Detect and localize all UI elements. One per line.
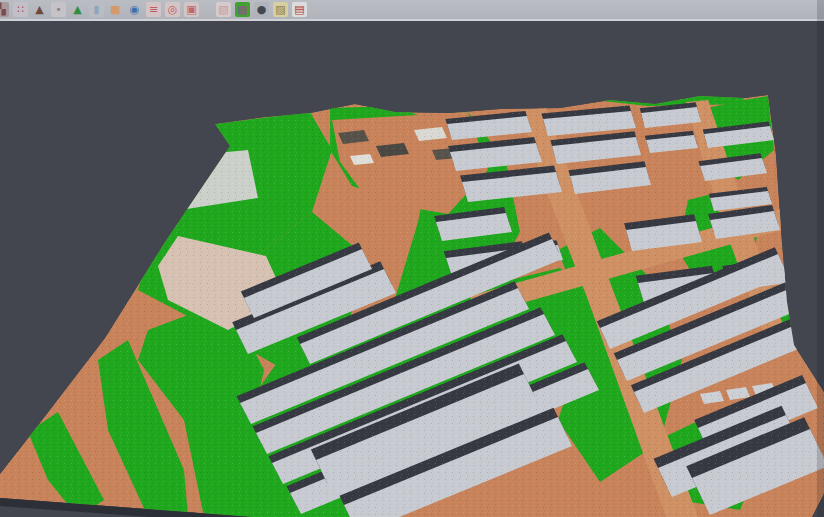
classification-icon[interactable]: ▩: [235, 2, 250, 17]
globe-icon[interactable]: ◉: [127, 2, 142, 17]
selection-box-icon[interactable]: ▣: [184, 2, 199, 17]
viewport-canvas[interactable]: [0, 23, 824, 517]
ortho-image-icon[interactable]: ■: [108, 2, 123, 17]
side-panel-icon[interactable]: ▮: [89, 2, 104, 17]
camera-icon[interactable]: ●: [254, 2, 269, 17]
clone-icon[interactable]: ▚: [0, 2, 9, 17]
green-terrain-icon[interactable]: ▲: [70, 2, 85, 17]
toolbar-icon-strip: ▚∷▲•▲▮■◉≡◎▣▧▩●▨▤: [0, 2, 307, 17]
viewport: [0, 23, 824, 517]
clip-box-icon[interactable]: ▧: [216, 2, 231, 17]
toolbar-group-separator: [203, 9, 212, 10]
histogram-icon[interactable]: ≡: [146, 2, 161, 17]
circle-target-icon[interactable]: ◎: [165, 2, 180, 17]
delete-strip-icon[interactable]: ▤: [292, 2, 307, 17]
color-points-icon[interactable]: ∷: [13, 2, 28, 17]
subsample-icon[interactable]: •: [51, 2, 66, 17]
terrain-mesh-icon[interactable]: ▲: [32, 2, 47, 17]
flag-marks-icon[interactable]: ▨: [273, 2, 288, 17]
main-toolbar: ▚∷▲•▲▮■◉≡◎▣▧▩●▨▤: [0, 0, 824, 21]
